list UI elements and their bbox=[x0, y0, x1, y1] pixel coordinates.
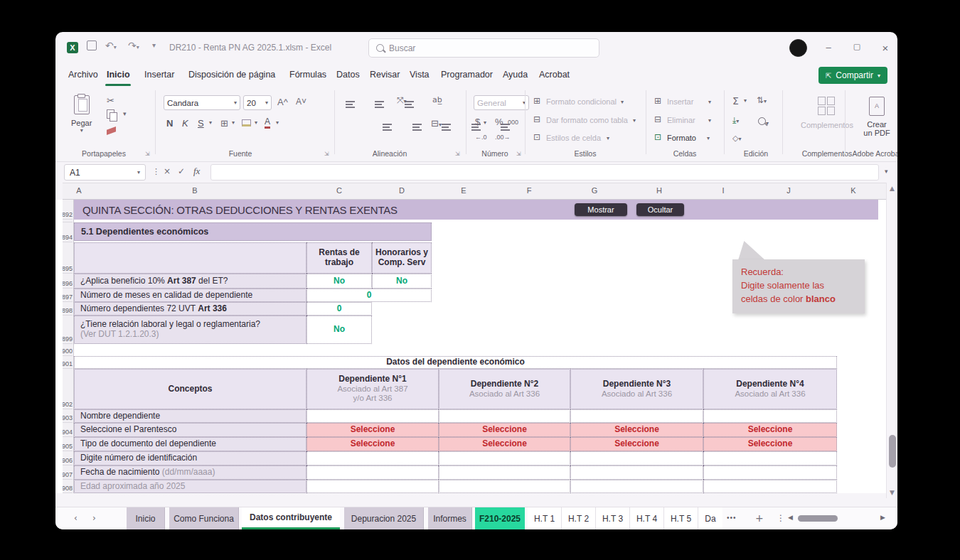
thousands-icon[interactable]: 000 bbox=[508, 119, 518, 126]
save-icon[interactable] bbox=[87, 41, 97, 50]
more-sheets-icon[interactable]: ••• bbox=[727, 514, 737, 522]
tab-ayuda[interactable]: Ayuda bbox=[501, 64, 529, 85]
input-cell[interactable]: No bbox=[306, 316, 372, 344]
input-cell[interactable] bbox=[570, 451, 703, 465]
vertical-scrollbar[interactable]: ▲ ▼ bbox=[886, 183, 897, 498]
align-top-icon[interactable] bbox=[346, 101, 355, 108]
horizontal-scrollbar-thumb[interactable] bbox=[798, 515, 838, 522]
input-cell[interactable] bbox=[703, 465, 837, 480]
name-box[interactable]: A1 ▾ bbox=[64, 164, 146, 181]
tab-acrobat[interactable]: Acrobat bbox=[538, 64, 571, 85]
font-size-select[interactable]: 20▾ bbox=[243, 95, 272, 110]
splitter-icon[interactable]: ⋮ bbox=[777, 513, 785, 523]
sheet-tab-datos-contribuyente[interactable]: Datos contribuyente bbox=[242, 507, 340, 529]
input-cell[interactable] bbox=[439, 409, 570, 423]
input-cell[interactable] bbox=[439, 465, 570, 480]
input-cell[interactable] bbox=[306, 409, 439, 423]
fill-color-icon[interactable] bbox=[242, 119, 251, 126]
borders-icon[interactable]: ⊞ bbox=[220, 118, 228, 129]
align-right-icon[interactable] bbox=[442, 124, 451, 131]
mostrar-button[interactable]: Mostrar bbox=[575, 203, 627, 216]
sheet-tab-ht3[interactable]: H.T 3 bbox=[596, 507, 630, 529]
format-painter-icon[interactable] bbox=[107, 126, 116, 135]
align-middle-icon[interactable] bbox=[375, 101, 384, 108]
format-as-table-icon[interactable]: ⊟ bbox=[533, 114, 540, 124]
sheet-tab-ht1[interactable]: H.T 1 bbox=[528, 507, 562, 529]
sheet-tab-depuracion-2025[interactable]: Depuracion 2025 bbox=[344, 507, 424, 529]
chevron-down-icon[interactable]: ▾ bbox=[123, 110, 127, 117]
merge-center-icon[interactable]: ⊟▾ bbox=[431, 118, 442, 129]
restore-button[interactable]: ▢ bbox=[846, 42, 868, 51]
cell-styles-button[interactable]: Estilos de celda bbox=[546, 134, 601, 142]
italic-button[interactable]: K bbox=[182, 118, 188, 129]
increase-decimal-icon[interactable]: ←.0 bbox=[475, 134, 487, 141]
clear-icon[interactable]: ◇▾ bbox=[732, 134, 741, 143]
format-cells-button[interactable]: Formato bbox=[667, 134, 696, 142]
sheet-tab-partial[interactable]: Da bbox=[698, 507, 722, 529]
find-select-icon[interactable]: ▾ bbox=[758, 115, 769, 128]
scroll-left-icon[interactable]: ◀ bbox=[788, 514, 793, 521]
scroll-down-icon[interactable]: ▼ bbox=[887, 489, 897, 496]
insert-cells-button[interactable]: Insertar bbox=[667, 97, 693, 106]
sheet-tab-f210-2025[interactable]: F210-2025 bbox=[475, 507, 525, 529]
expand-formula-bar-icon[interactable]: ▾ bbox=[885, 168, 888, 175]
font-name-select[interactable]: Candara▾ bbox=[164, 95, 240, 110]
account-avatar[interactable] bbox=[789, 39, 807, 57]
grid-body[interactable]: 892 893 894 895 896 897 898 899 900 901 … bbox=[55, 200, 886, 493]
select-cell[interactable]: Seleccione bbox=[439, 423, 570, 437]
input-cell[interactable] bbox=[703, 451, 837, 465]
cell-styles-icon[interactable]: ⊡ bbox=[533, 132, 540, 142]
tab-formulas[interactable]: Fórmulas bbox=[288, 64, 328, 85]
chevron-down-icon[interactable]: ▾ bbox=[209, 119, 212, 126]
select-cell[interactable]: Seleccione bbox=[570, 437, 703, 451]
sheet-tab-inicio[interactable]: Inicio bbox=[127, 507, 165, 529]
select-cell[interactable]: Seleccione bbox=[306, 437, 439, 451]
dialog-launcher-icon[interactable]: ⇲ bbox=[324, 151, 329, 157]
number-format-select[interactable]: General▾ bbox=[474, 95, 529, 110]
format-cells-icon[interactable]: ⊡ bbox=[654, 132, 661, 142]
input-cell[interactable]: 0 bbox=[306, 302, 372, 316]
row-headers[interactable]: 892 893 894 895 896 897 898 899 900 901 … bbox=[63, 200, 74, 493]
input-cell[interactable] bbox=[703, 409, 837, 423]
confirm-entry-icon[interactable]: ✓ bbox=[178, 166, 185, 176]
input-cell[interactable]: 0 bbox=[306, 289, 432, 302]
dialog-launcher-icon[interactable]: ⇲ bbox=[455, 151, 460, 157]
tab-archivo[interactable]: Archivo bbox=[67, 64, 100, 85]
column-headers[interactable]: A B C D E F G H I J K bbox=[63, 183, 886, 200]
shrink-font-button[interactable]: A˅ bbox=[296, 97, 306, 107]
decrease-decimal-icon[interactable]: .00→ bbox=[495, 134, 511, 141]
grow-font-button[interactable]: A^ bbox=[277, 97, 288, 107]
cancel-entry-icon[interactable]: × bbox=[164, 166, 171, 176]
orientation-icon[interactable]: ⤧▾ bbox=[397, 95, 407, 105]
formula-input[interactable] bbox=[210, 164, 879, 181]
input-cell[interactable] bbox=[439, 451, 570, 465]
input-cell[interactable]: No bbox=[306, 274, 372, 289]
delete-cells-button[interactable]: Eliminar bbox=[667, 116, 695, 124]
align-center-icon[interactable] bbox=[412, 124, 422, 131]
tab-programador[interactable]: Programador bbox=[439, 64, 494, 85]
font-color-icon[interactable]: A bbox=[265, 117, 270, 129]
tab-disposicion[interactable]: Disposición de página bbox=[187, 64, 277, 85]
select-cell[interactable]: Seleccione bbox=[570, 423, 703, 437]
delete-cells-icon[interactable]: ⊟ bbox=[654, 114, 661, 124]
input-cell[interactable]: No bbox=[372, 274, 432, 289]
wrap-text-icon[interactable]: ab̲ bbox=[432, 95, 442, 104]
insert-cells-icon[interactable]: ⊞ bbox=[654, 96, 661, 106]
scroll-up-icon[interactable]: ▲ bbox=[887, 185, 897, 192]
scroll-right-icon[interactable]: ▶ bbox=[880, 514, 885, 521]
prev-sheet-icon[interactable]: ‹ bbox=[74, 513, 78, 523]
conditional-format-icon[interactable]: ⊞ bbox=[533, 96, 540, 106]
underline-button[interactable]: S bbox=[198, 118, 204, 129]
fill-icon[interactable]: ⤓▾ bbox=[732, 115, 739, 125]
paste-button[interactable]: Pegar ▾ bbox=[71, 95, 92, 134]
drag-handle-icon[interactable]: ⋮ bbox=[152, 167, 160, 176]
vertical-scrollbar-thumb[interactable] bbox=[889, 435, 896, 468]
sheet-tab-como-funciona[interactable]: Como Funciona bbox=[169, 507, 239, 529]
sheet-tab-informes[interactable]: Informes bbox=[428, 507, 472, 529]
share-button[interactable]: ⇱ Compartir ▾ bbox=[818, 67, 887, 84]
input-cell[interactable] bbox=[306, 451, 439, 465]
search-input[interactable]: Buscar bbox=[368, 38, 599, 58]
sheet-tab-ht4[interactable]: H.T 4 bbox=[630, 507, 664, 529]
create-pdf-button[interactable]: A Crear un PDF bbox=[855, 97, 897, 137]
currency-icon[interactable]: $ bbox=[475, 117, 480, 127]
